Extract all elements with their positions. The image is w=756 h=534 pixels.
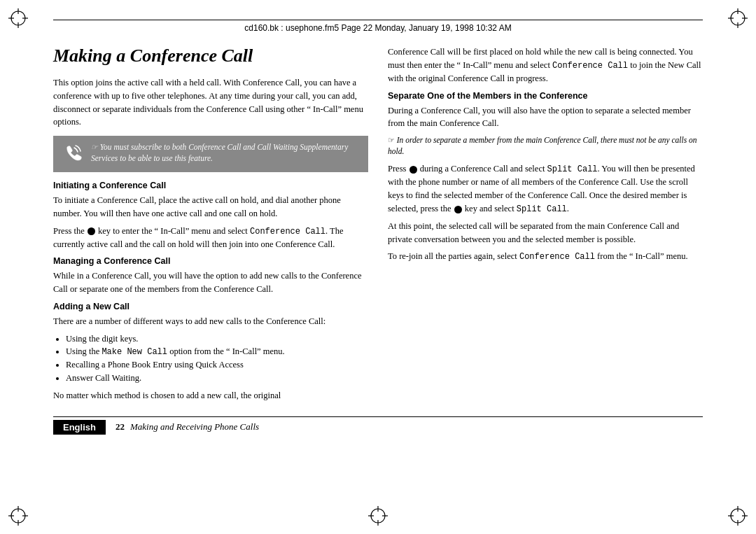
header-line: cd160.bk : usephone.fm5 Page 22 Monday, … bbox=[53, 20, 703, 33]
bullet-1: Using the digit keys. bbox=[66, 332, 368, 346]
english-badge: English bbox=[53, 420, 106, 435]
separate-para-1: During a Conference Call, you will also … bbox=[388, 104, 703, 131]
footer-section-title: Making and Receiving Phone Calls bbox=[130, 421, 259, 433]
initiating-para-2: Press the key to enter the “ In-Call” me… bbox=[53, 225, 368, 251]
initiating-para-1: To initiate a Conference Call, place the… bbox=[53, 194, 368, 220]
button-circle-1 bbox=[88, 227, 95, 235]
separate-inline-note: ☞ In order to separate a member from the… bbox=[388, 134, 703, 157]
section-heading-managing: Managing a Conference Call bbox=[53, 256, 368, 266]
right-column: Conference Call will be first placed on … bbox=[388, 45, 703, 407]
managing-para-1: While in a Conference Call, you will hav… bbox=[53, 269, 368, 296]
bullet-4: Answer Call Waiting. bbox=[66, 372, 368, 385]
bullet-2: Using the Make New Call option from the … bbox=[66, 345, 368, 358]
corner-mark-br bbox=[728, 506, 748, 526]
left-column: Making a Conference Call This option joi… bbox=[53, 45, 368, 407]
separate-para-3: At this point, the selected call will be… bbox=[388, 220, 703, 246]
footer-bar: English 22 Making and Receiving Phone Ca… bbox=[53, 416, 703, 435]
header-text: cd160.bk : usephone.fm5 Page 22 Monday, … bbox=[244, 23, 511, 33]
corner-mark-bm bbox=[368, 506, 388, 526]
footer-page-number: 22 bbox=[115, 421, 125, 433]
note-box: ☞ You must subscribe to both Conference … bbox=[53, 136, 368, 172]
section-heading-separate: Separate One of the Members in the Confe… bbox=[388, 91, 703, 101]
section-heading-adding: Adding a New Call bbox=[53, 302, 368, 311]
button-circle-3 bbox=[454, 206, 462, 213]
page-title: Making a Conference Call bbox=[53, 45, 368, 66]
page: cd160.bk : usephone.fm5 Page 22 Monday, … bbox=[0, 0, 756, 534]
intro-paragraph: This option joins the active call with a… bbox=[53, 76, 368, 129]
content-area: Making a Conference Call This option joi… bbox=[53, 45, 703, 407]
adding-after: No matter which method is chosen to add … bbox=[53, 389, 368, 402]
separate-para-4: To re-join all the parties again, select… bbox=[388, 250, 703, 263]
corner-mark-tl bbox=[8, 8, 28, 28]
bullet-3: Recalling a Phone Book Entry using Quick… bbox=[66, 358, 368, 372]
note-text: ☞ You must subscribe to both Conference … bbox=[91, 141, 361, 164]
separate-para-2: Press during a Conference Call and selec… bbox=[388, 162, 703, 216]
corner-mark-tr bbox=[728, 8, 748, 28]
adding-para-1: There are a number of different ways to … bbox=[53, 315, 368, 328]
section-heading-initiating: Initiating a Conference Call bbox=[53, 181, 368, 190]
corner-mark-bl bbox=[8, 506, 28, 526]
button-circle-2 bbox=[410, 166, 417, 174]
right-intro-para: Conference Call will be first placed on … bbox=[388, 45, 703, 85]
phone-icon bbox=[60, 141, 85, 167]
adding-bullet-list: Using the digit keys. Using the Make New… bbox=[66, 332, 368, 385]
